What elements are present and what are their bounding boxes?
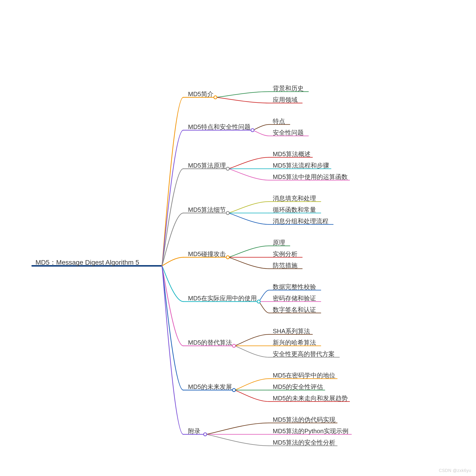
leaf-node: 消息填充和处理: [273, 194, 316, 203]
leaf-node: 背景和历史: [273, 84, 304, 93]
leaf-node: MD5算法流程和步骤: [273, 161, 329, 170]
leaf-node: MD5的未来走向和发展趋势: [273, 394, 348, 403]
leaf-node: MD5算法中使用的运算函数: [273, 172, 348, 182]
branch-node: MD5算法细节: [188, 205, 226, 214]
leaf-node: 数据完整性校验: [273, 283, 316, 291]
leaf-node: 原理: [273, 238, 285, 247]
leaf-node: 消息分组和处理流程: [273, 217, 328, 226]
leaf-node: 实例分析: [273, 250, 298, 259]
leaf-node: 新兴的哈希算法: [273, 338, 316, 347]
leaf-node: 循环函数和常量: [273, 205, 316, 214]
branch-dot: [226, 167, 230, 171]
leaf-node: MD5算法的Python实现示例: [273, 427, 348, 436]
leaf-node: 应用领域: [273, 95, 298, 104]
leaf-node: MD5算法概述: [273, 150, 311, 159]
branch-node: MD5的替代算法: [188, 338, 232, 347]
branch-dot: [214, 95, 217, 99]
branch-dot: [203, 432, 207, 436]
leaf-node: 特点: [273, 117, 285, 126]
branch-dot: [232, 344, 236, 348]
leaf-node: 密码存储和验证: [273, 294, 316, 303]
branch-dot: [226, 255, 230, 259]
leaf-node: MD5在密码学中的地位: [273, 371, 335, 380]
branch-node: MD5算法原理: [188, 161, 226, 170]
branch-node: MD5在实际应用中的使用: [188, 294, 257, 303]
leaf-node: MD5的安全性评估: [273, 382, 323, 391]
leaf-node: SHA系列算法: [273, 327, 310, 336]
branch-dot: [232, 388, 236, 392]
branch-node: 附录: [188, 427, 200, 436]
leaf-node: MD5算法的伪代码实现: [273, 415, 335, 424]
branch-dot: [257, 300, 261, 304]
watermark: CSDN @zxk6yu: [439, 468, 471, 473]
branch-dot: [251, 128, 255, 132]
leaf-node: 安全性问题: [273, 128, 304, 137]
branch-node: MD5碰撞攻击: [188, 250, 226, 259]
leaf-node: 防范措施: [273, 261, 298, 270]
branch-node: MD5简介: [188, 90, 214, 99]
root-node: MD5：Message Digest Algorithm 5: [35, 258, 139, 268]
leaf-node: 安全性更高的替代方案: [273, 350, 335, 359]
branch-dot: [226, 211, 230, 215]
branch-node: MD5特点和安全性问题: [188, 122, 251, 132]
branch-node: MD5的未来发展: [188, 382, 232, 391]
leaf-node: 数字签名和认证: [273, 305, 316, 314]
leaf-node: MD5算法的安全性分析: [273, 438, 335, 447]
